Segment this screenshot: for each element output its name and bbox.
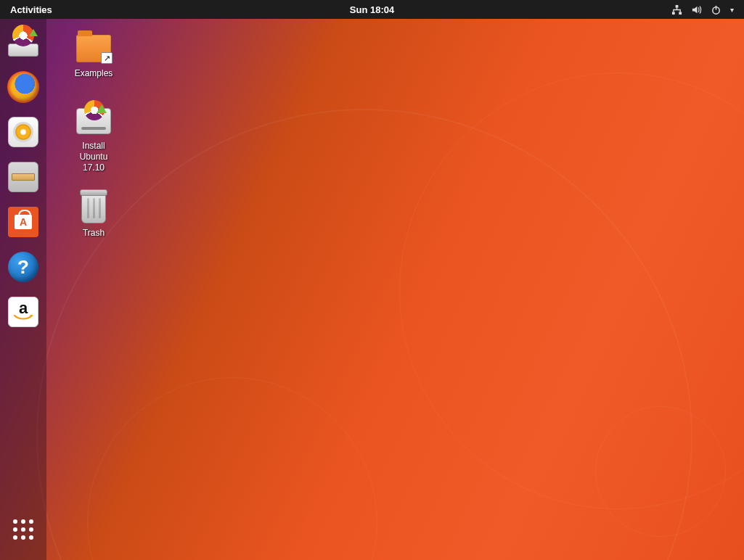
software-icon: A: [8, 207, 38, 237]
software-launcher[interactable]: A: [6, 205, 41, 239]
help-launcher[interactable]: ?: [6, 250, 41, 284]
system-tray[interactable]: ▾: [671, 4, 744, 15]
power-icon[interactable]: [711, 4, 721, 15]
volume-high-icon[interactable]: [691, 4, 702, 15]
amazon-launcher[interactable]: a: [6, 295, 41, 329]
help-icon: ?: [8, 252, 38, 282]
network-wired-icon[interactable]: [671, 4, 682, 15]
apps-grid-icon: [13, 519, 33, 540]
install-ubuntu-desktop-icon[interactable]: Install Ubuntu 17.10: [61, 104, 126, 173]
desktop-icon-label: Install Ubuntu 17.10: [61, 141, 126, 173]
amazon-a-glyph: a: [19, 302, 28, 315]
desktop[interactable]: ↗ Examples Install Ubuntu 17.10 Trash: [46, 19, 744, 560]
software-a-glyph: A: [15, 215, 32, 229]
svg-rect-1: [672, 12, 675, 15]
files-icon: [8, 162, 38, 192]
desktop-icon-label: Examples: [61, 68, 126, 79]
amazon-smile-icon: [14, 315, 33, 322]
show-applications-button[interactable]: [6, 512, 41, 547]
svg-rect-4: [716, 5, 717, 9]
install-drive-icon: [75, 104, 112, 138]
trash-icon: [75, 192, 112, 225]
install-ubuntu-launcher[interactable]: [6, 25, 41, 59]
activities-button[interactable]: Activities: [0, 0, 62, 19]
firefox-icon: [7, 71, 39, 103]
firefox-launcher[interactable]: [6, 70, 41, 104]
desktop-icon-label: Trash: [61, 228, 126, 239]
rhythmbox-icon: [8, 117, 38, 147]
rhythmbox-launcher[interactable]: [6, 115, 41, 149]
dock: A ? a: [0, 19, 46, 560]
clock[interactable]: Sun 18:04: [350, 4, 394, 15]
examples-folder[interactable]: ↗ Examples: [61, 32, 126, 79]
trash-desktop-icon[interactable]: Trash: [61, 192, 126, 239]
install-ubuntu-icon: [7, 28, 40, 57]
svg-rect-0: [676, 4, 679, 7]
svg-rect-2: [679, 12, 682, 15]
files-launcher[interactable]: [6, 160, 41, 194]
shortcut-badge-icon: ↗: [101, 52, 113, 64]
tray-dropdown-arrow-icon[interactable]: ▾: [730, 6, 734, 14]
amazon-icon: a: [8, 297, 38, 327]
folder-icon: ↗: [75, 32, 112, 65]
top-bar: Activities Sun 18:04 ▾: [0, 0, 744, 19]
